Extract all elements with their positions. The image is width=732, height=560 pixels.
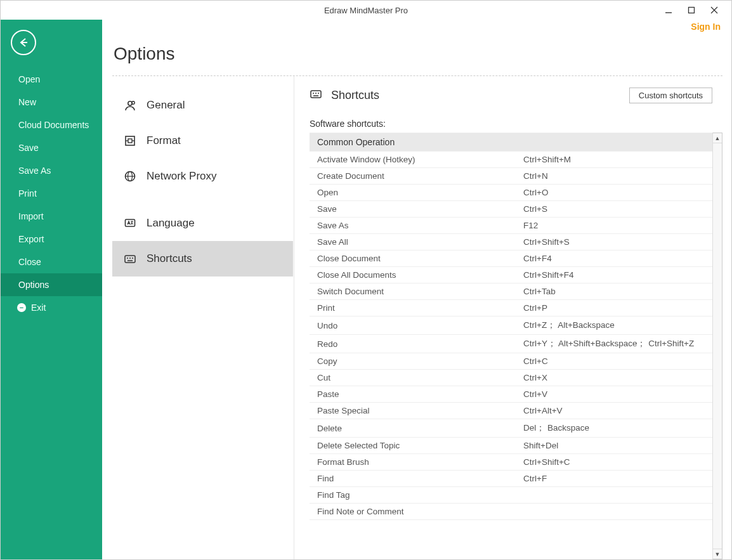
- table-row[interactable]: Close All DocumentsCtrl+Shift+F4: [310, 267, 712, 283]
- sidebar-exit-label: Exit: [31, 303, 46, 313]
- shortcut-name: Save: [310, 201, 516, 218]
- nav-item-network-proxy[interactable]: Network Proxy: [112, 159, 293, 194]
- sidebar-item-export[interactable]: Export: [1, 228, 102, 251]
- sidebar-item-exit[interactable]: − Exit: [1, 296, 102, 319]
- table-row[interactable]: DeleteDel； Backspace: [310, 419, 712, 438]
- table-row[interactable]: OpenCtrl+O: [310, 185, 712, 201]
- nav-item-label: Language: [147, 217, 195, 230]
- maximize-button[interactable]: [687, 6, 696, 15]
- nav-item-shortcuts[interactable]: Shortcuts: [112, 241, 293, 277]
- svg-point-18: [132, 257, 133, 259]
- shortcut-keys: Shift+Del: [516, 438, 712, 454]
- shortcut-keys: Ctrl+Shift+M: [516, 152, 712, 168]
- table-row[interactable]: Format BrushCtrl+Shift+C: [310, 454, 712, 471]
- shortcut-name: Undo: [310, 316, 516, 335]
- close-button[interactable]: [710, 6, 719, 15]
- table-row[interactable]: PrintCtrl+P: [310, 300, 712, 316]
- table-row[interactable]: Find Tag: [310, 487, 712, 504]
- table-row[interactable]: PasteCtrl+V: [310, 386, 712, 403]
- shortcuts-icon: [124, 252, 136, 265]
- shortcut-keys: Ctrl+S: [516, 201, 712, 218]
- shortcut-keys: Ctrl+O: [516, 185, 712, 201]
- table-row[interactable]: Activate Window (Hotkey)Ctrl+Shift+M: [310, 152, 712, 168]
- shortcuts-table: Common Operation Activate Window (Hotkey…: [310, 133, 712, 520]
- shortcut-name: Find Tag: [310, 487, 516, 504]
- table-row[interactable]: Switch DocumentCtrl+Tab: [310, 283, 712, 300]
- table-row[interactable]: Find Note or Comment: [310, 504, 712, 520]
- table-row[interactable]: FindCtrl+F: [310, 471, 712, 487]
- sidebar-item-open[interactable]: Open: [1, 68, 102, 91]
- sidebar-item-save-as[interactable]: Save As: [1, 159, 102, 182]
- maximize-icon: [688, 6, 695, 14]
- table-row[interactable]: SaveCtrl+S: [310, 201, 712, 218]
- svg-rect-1: [689, 8, 695, 13]
- format-icon: [124, 134, 136, 147]
- minimize-button[interactable]: [664, 6, 673, 15]
- shortcut-name: Save All: [310, 234, 516, 251]
- shortcuts-table-scroll[interactable]: Common Operation Activate Window (Hotkey…: [310, 133, 712, 559]
- sidebar-item-import[interactable]: Import: [1, 205, 102, 228]
- sidebar-item-new[interactable]: New: [1, 91, 102, 114]
- language-icon: [124, 217, 136, 230]
- nav-item-format[interactable]: Format: [112, 123, 293, 159]
- svg-point-6: [132, 101, 134, 104]
- shortcut-keys: Ctrl+Tab: [516, 283, 712, 300]
- main-panel: Options GeneralFormatNetwork ProxyLangua…: [102, 20, 731, 559]
- scroll-up-icon[interactable]: ▲: [713, 133, 722, 143]
- scroll-down-icon[interactable]: ▼: [713, 549, 722, 559]
- page-title: Options: [114, 44, 722, 64]
- svg-point-21: [313, 93, 314, 94]
- table-row[interactable]: Paste SpecialCtrl+Alt+V: [310, 403, 712, 419]
- window-controls: [664, 6, 719, 15]
- shortcut-keys: Ctrl+X: [516, 370, 712, 386]
- shortcut-keys: Ctrl+N: [516, 168, 712, 185]
- sidebar-item-cloud-documents[interactable]: Cloud Documents: [1, 114, 102, 136]
- shortcut-name: Paste: [310, 386, 516, 403]
- shortcut-name: Create Document: [310, 168, 516, 185]
- shortcut-keys: Ctrl+F: [516, 471, 712, 487]
- shortcut-name: Switch Document: [310, 283, 516, 300]
- table-row[interactable]: Delete Selected TopicShift+Del: [310, 438, 712, 454]
- svg-rect-8: [128, 139, 132, 143]
- shortcut-name: Cut: [310, 370, 516, 386]
- svg-point-17: [129, 257, 131, 259]
- shortcut-name: Redo: [310, 335, 516, 353]
- table-row[interactable]: UndoCtrl+Z； Alt+Backspace: [310, 316, 712, 335]
- minimize-icon: [665, 6, 672, 14]
- table-row[interactable]: Create DocumentCtrl+N: [310, 168, 712, 185]
- sidebar-item-close[interactable]: Close: [1, 251, 102, 273]
- shortcut-keys: Ctrl+C: [516, 353, 712, 370]
- vertical-scrollbar[interactable]: ▲ ▼: [712, 133, 722, 559]
- shortcut-keys: Ctrl+P: [516, 300, 712, 316]
- shortcut-name: Close All Documents: [310, 267, 516, 283]
- window-title: Edraw MindMaster Pro: [1, 6, 731, 15]
- sidebar-item-save[interactable]: Save: [1, 136, 102, 159]
- svg-point-5: [128, 101, 132, 105]
- titlebar: Edraw MindMaster Pro: [1, 1, 731, 20]
- back-button[interactable]: [11, 30, 36, 55]
- shortcut-name: Delete: [310, 419, 516, 438]
- software-shortcuts-label: Software shortcuts:: [310, 119, 722, 129]
- sidebar: OpenNewCloud DocumentsSaveSave AsPrintIm…: [1, 20, 102, 559]
- shortcut-keys: Ctrl+Shift+F4: [516, 267, 712, 283]
- table-group-header: Common Operation: [310, 133, 712, 152]
- sidebar-item-options[interactable]: Options: [1, 273, 102, 296]
- nav-item-general[interactable]: General: [112, 88, 293, 123]
- shortcut-name: Save As: [310, 218, 516, 234]
- shortcut-name: Find: [310, 471, 516, 487]
- custom-shortcuts-button[interactable]: Custom shortcuts: [629, 88, 712, 103]
- svg-point-16: [127, 257, 128, 259]
- shortcut-name: Find Note or Comment: [310, 504, 516, 520]
- table-row[interactable]: RedoCtrl+Y； Alt+Shift+Backspace； Ctrl+Sh…: [310, 335, 712, 353]
- shortcut-keys: F12: [516, 218, 712, 234]
- table-row[interactable]: Save AsF12: [310, 218, 712, 234]
- table-row[interactable]: CopyCtrl+C: [310, 353, 712, 370]
- table-row[interactable]: CutCtrl+X: [310, 370, 712, 386]
- table-row[interactable]: Save AllCtrl+Shift+S: [310, 234, 712, 251]
- sidebar-item-print[interactable]: Print: [1, 182, 102, 205]
- svg-rect-15: [125, 256, 135, 263]
- table-row[interactable]: Close DocumentCtrl+F4: [310, 251, 712, 267]
- detail-title-label: Shortcuts: [331, 89, 379, 102]
- nav-item-language[interactable]: Language: [112, 205, 293, 241]
- general-icon: [124, 99, 136, 112]
